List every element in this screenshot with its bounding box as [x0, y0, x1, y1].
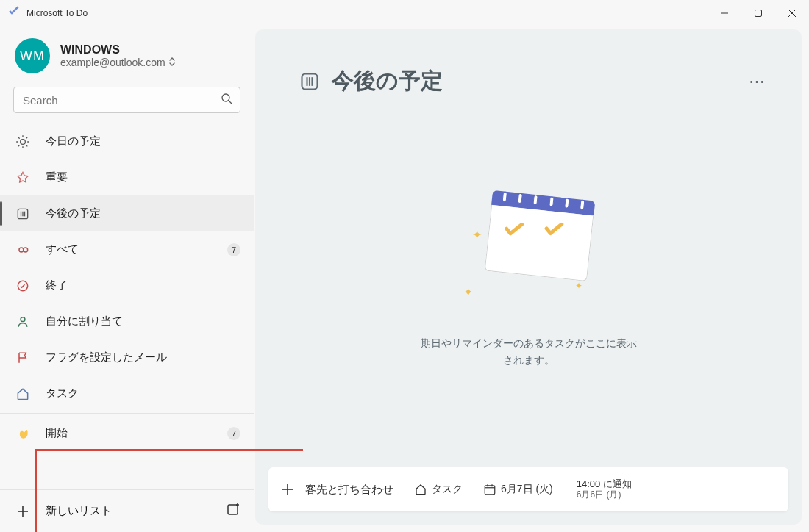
nav-label: 今後の予定 — [46, 206, 101, 220]
svg-line-13 — [18, 145, 19, 145]
check-circle-icon — [15, 278, 31, 294]
account-switcher[interactable]: WM WINDOWS example@outlook.com — [0, 35, 254, 84]
nav-my-day[interactable]: 今日の予定 — [0, 123, 254, 159]
planned-header-icon — [299, 71, 320, 92]
nav-divider — [0, 413, 254, 414]
search-box[interactable] — [13, 87, 240, 113]
new-group-icon[interactable] — [226, 503, 240, 520]
person-icon — [15, 314, 31, 330]
chevron-updown-icon — [168, 57, 176, 69]
empty-state-line1: 期日やリマインダーのあるタスクがここに表示 — [421, 335, 637, 351]
nav-label: 終了 — [46, 278, 68, 292]
nav-completed[interactable]: 終了 — [0, 267, 254, 303]
reminder-chip[interactable]: 14:00 に通知 6月6日 (月) — [571, 479, 632, 500]
sparkle-icon: ✦ — [472, 228, 482, 242]
home-icon — [414, 483, 427, 496]
nav-label: 開始 — [46, 426, 68, 440]
flag-icon — [15, 350, 31, 366]
nav-getting-started[interactable]: 開始 7 — [0, 415, 254, 451]
nav-label: 重要 — [46, 170, 68, 184]
reminder-date: 6月6日 (月) — [577, 490, 632, 500]
nav-all[interactable]: すべて 7 — [0, 231, 254, 267]
sidebar: WM WINDOWS example@outlook.com — [0, 26, 254, 532]
svg-line-11 — [18, 137, 19, 138]
nav-label: 今日の予定 — [46, 134, 101, 148]
count-badge: 7 — [227, 427, 240, 440]
due-date-chip[interactable]: 6月7日 (火) — [477, 483, 559, 496]
more-options-button[interactable]: ⋯ — [743, 72, 772, 91]
star-icon — [15, 170, 31, 186]
profile-email: example@outlook.com — [60, 57, 165, 68]
app-logo-icon — [7, 5, 21, 21]
nav-tasks[interactable]: タスク — [0, 375, 254, 411]
plus-icon[interactable] — [279, 483, 296, 496]
new-list-row: 新しいリスト — [0, 489, 254, 532]
sun-icon — [15, 134, 31, 150]
app-title: Microsoft To Do — [26, 8, 88, 18]
plus-icon[interactable] — [15, 505, 31, 518]
svg-rect-23 — [228, 505, 238, 514]
search-icon — [221, 93, 232, 107]
add-task-bar[interactable]: 客先と打ち合わせ タスク 6月7日 (火) — [268, 467, 788, 511]
page-title: 今後の予定 — [332, 66, 443, 96]
planned-icon — [15, 206, 31, 222]
empty-state: ✦ ✦ ✦ 期日やリマインダーのあるタスクがここに表示 されます。 — [255, 96, 802, 467]
calendar-icon — [483, 483, 496, 496]
wave-icon — [15, 425, 31, 442]
list-chip[interactable]: タスク — [408, 483, 468, 496]
new-list-label[interactable]: 新しいリスト — [46, 504, 112, 518]
window-controls — [708, 0, 809, 26]
search-input[interactable] — [23, 94, 221, 107]
svg-rect-1 — [755, 10, 762, 17]
svg-line-12 — [26, 145, 27, 145]
empty-state-line2: されます。 — [421, 352, 637, 368]
due-date-label: 6月7日 (火) — [501, 483, 553, 496]
reminder-time: 14:00 に通知 — [577, 479, 632, 490]
main-panel: 今後の予定 ⋯ ✦ ✦ ✦ — [255, 29, 802, 525]
avatar: WM — [15, 38, 50, 73]
nav-flagged[interactable]: フラグを設定したメール — [0, 339, 254, 375]
nav-label: 自分に割り当て — [46, 314, 123, 328]
list-chip-label: タスク — [432, 483, 463, 496]
sparkle-icon: ✦ — [575, 281, 582, 291]
home-icon — [15, 386, 31, 402]
svg-point-6 — [21, 139, 26, 144]
svg-rect-32 — [485, 486, 495, 495]
nav-assigned[interactable]: 自分に割り当て — [0, 303, 254, 339]
nav-label: フラグを設定したメール — [46, 351, 167, 364]
maximize-button[interactable] — [741, 0, 775, 26]
infinity-icon — [15, 242, 31, 258]
close-button[interactable] — [775, 0, 809, 26]
add-task-title[interactable]: 客先と打ち合わせ — [305, 483, 393, 497]
svg-line-5 — [229, 101, 232, 104]
nav-label: すべて — [46, 242, 79, 256]
minimize-button[interactable] — [708, 0, 741, 26]
svg-line-14 — [26, 137, 27, 138]
empty-illustration: ✦ ✦ ✦ — [459, 195, 599, 320]
title-bar: Microsoft To Do — [0, 0, 809, 26]
sparkle-icon: ✦ — [463, 285, 473, 299]
nav-important[interactable]: 重要 — [0, 159, 254, 195]
nav-planned[interactable]: 今後の予定 — [0, 195, 254, 231]
profile-name: WINDOWS — [60, 43, 176, 57]
nav-label: タスク — [46, 387, 79, 400]
svg-point-20 — [21, 317, 25, 321]
count-badge: 7 — [227, 243, 240, 256]
svg-point-4 — [222, 94, 229, 101]
